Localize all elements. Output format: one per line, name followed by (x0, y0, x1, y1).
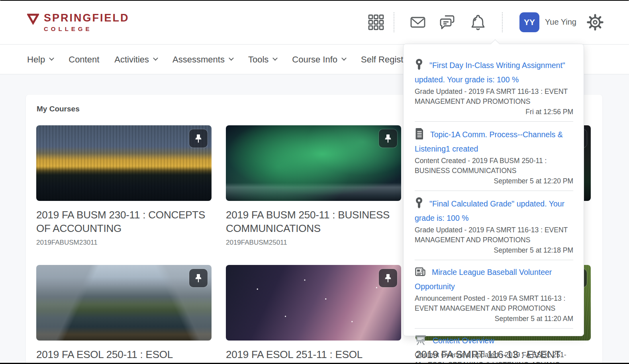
nav-item-content[interactable]: Content (69, 55, 99, 65)
divider (415, 191, 573, 191)
course-thumbnail (36, 265, 212, 341)
springfield-college-logo[interactable]: SPRINGFIELD COLLEGE (27, 12, 129, 32)
notification-detail: Grade Updated - 2019 FA SMRT 116-13 : EV… (415, 225, 573, 245)
notification-item: "First Day In-Class Writing Assignment" … (415, 58, 573, 122)
notification-bell-icon[interactable] (468, 13, 488, 32)
notification-timestamp: September 5 at 12:18 PM (415, 246, 573, 255)
chevron-down-icon (229, 56, 234, 61)
app-header: SPRINGFIELD COLLEGE (0, 0, 629, 45)
course-thumbnail (226, 125, 401, 201)
course-title: 2019 FA ESOL 251-11 : ESOL SPEAKING (226, 348, 401, 364)
notifications-dropdown: "First Day In-Class Writing Assignment" … (403, 44, 584, 336)
notification-timestamp: September 5 at 11:20 AM (415, 315, 573, 323)
notification-item: Content Overview Content Overview Update… (415, 335, 573, 364)
notification-detail: Announcement Posted - 2019 FA SMRT 116-1… (415, 294, 573, 313)
pin-button[interactable] (189, 269, 208, 287)
presentation-screen-icon (415, 335, 427, 349)
nav-item-help[interactable]: Help (27, 55, 53, 65)
course-title: 2019 FA ESOL 250-11 : ESOL READING (36, 348, 212, 364)
notification-link[interactable]: Miracle League Baseball Volunteer Opport… (415, 266, 573, 292)
notification-detail: Content Overview Updated - 2019 FA ESOL … (415, 350, 573, 364)
triangle-logo-icon (27, 14, 39, 26)
course-card-busm-250[interactable]: 2019 FA BUSM 250-11 : BUSINESS COMMUNICA… (226, 125, 401, 247)
notification-link[interactable]: "First Day In-Class Writing Assignment" … (415, 58, 573, 86)
chevron-down-icon (341, 56, 347, 61)
notification-link[interactable]: Topic-1A Comm. Process--Channels & Liste… (415, 128, 573, 155)
notification-link[interactable]: "Final Calculated Grade" updated. Your g… (415, 197, 573, 224)
course-thumbnail (36, 125, 212, 201)
notification-link[interactable]: Content Overview (415, 335, 573, 349)
chat-icon[interactable] (438, 13, 457, 32)
pin-button[interactable] (189, 129, 208, 148)
header-divider (502, 12, 503, 32)
divider (415, 328, 573, 329)
grade-key-icon (415, 58, 423, 74)
course-code: 2019FABUSM23011 (36, 239, 212, 247)
course-thumbnail (226, 265, 401, 341)
notification-item: Miracle League Baseball Volunteer Opport… (415, 266, 573, 329)
course-card-esol-251[interactable]: 2019 FA ESOL 251-11 : ESOL SPEAKING (226, 265, 401, 364)
window-frame-top (0, 0, 629, 1)
header-divider (394, 12, 394, 32)
divider (415, 260, 573, 260)
notification-detail: Content Created - 2019 FA BUSM 250-11 : … (415, 156, 573, 176)
waffle-grid-icon[interactable] (367, 14, 385, 31)
notification-item: Topic-1A Comm. Process--Channels & Liste… (415, 128, 573, 191)
chevron-down-icon (49, 56, 54, 61)
notification-timestamp: September 5 at 12:20 PM (415, 177, 573, 185)
notification-item: "Final Calculated Grade" updated. Your g… (415, 197, 573, 260)
nav-item-tools[interactable]: Tools (248, 55, 277, 65)
course-title: 2019 FA BUSM 230-11 : CONCEPTS OF ACCOUN… (36, 208, 212, 235)
nav-item-assessments[interactable]: Assessments (172, 55, 233, 65)
brand-name: SPRINGFIELD (44, 12, 129, 24)
notification-detail: Grade Updated - 2019 FA SMRT 116-13 : EV… (415, 87, 573, 107)
notification-timestamp: Fri at 12:56 PM (415, 108, 573, 116)
user-avatar[interactable]: YY (519, 12, 539, 32)
email-icon[interactable] (409, 13, 427, 31)
settings-gear-icon[interactable] (587, 14, 604, 31)
brand-subname: COLLEGE (44, 25, 129, 32)
nav-item-activities[interactable]: Activities (114, 55, 157, 65)
chevron-down-icon (272, 56, 278, 61)
course-card-busm-230[interactable]: 2019 FA BUSM 230-11 : CONCEPTS OF ACCOUN… (36, 125, 212, 247)
divider (415, 121, 573, 122)
chevron-down-icon (153, 56, 158, 61)
course-title: 2019 FA BUSM 250-11 : BUSINESS COMMUNICA… (226, 208, 401, 235)
document-icon (415, 128, 424, 143)
pin-button[interactable] (379, 269, 397, 287)
pin-button[interactable] (379, 129, 397, 148)
course-code: 2019FABUSM25011 (226, 239, 401, 247)
nav-item-course-info[interactable]: Course Info (292, 55, 346, 65)
announcement-icon (415, 266, 426, 280)
user-name[interactable]: Yue Ying (545, 18, 576, 27)
grade-key-icon (415, 197, 423, 212)
course-card-esol-250[interactable]: 2019 FA ESOL 250-11 : ESOL READING (36, 265, 212, 364)
